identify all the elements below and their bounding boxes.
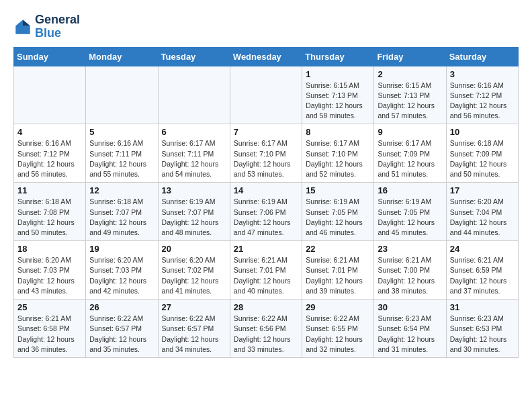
header-cell-friday: Friday: [374, 47, 446, 66]
day-info: Sunrise: 6:22 AM Sunset: 6:57 PM Dayligh…: [162, 314, 226, 355]
day-info: Sunrise: 6:22 AM Sunset: 6:57 PM Dayligh…: [89, 314, 154, 355]
day-cell: 3Sunrise: 6:16 AM Sunset: 7:12 PM Daylig…: [446, 66, 518, 124]
week-row-2: 4Sunrise: 6:16 AM Sunset: 7:12 PM Daylig…: [14, 124, 519, 183]
day-info: Sunrise: 6:17 AM Sunset: 7:10 PM Dayligh…: [306, 138, 370, 179]
page-header: General Blue: [13, 13, 519, 40]
day-cell: [230, 66, 302, 124]
day-info: Sunrise: 6:16 AM Sunset: 7:12 PM Dayligh…: [450, 81, 515, 122]
week-row-3: 11Sunrise: 6:18 AM Sunset: 7:08 PM Dayli…: [14, 183, 519, 241]
day-cell: 6Sunrise: 6:17 AM Sunset: 7:11 PM Daylig…: [158, 124, 230, 183]
day-number: 29: [306, 302, 370, 312]
day-info: Sunrise: 6:15 AM Sunset: 7:13 PM Dayligh…: [306, 81, 370, 122]
day-info: Sunrise: 6:21 AM Sunset: 6:59 PM Dayligh…: [450, 255, 515, 296]
day-cell: [86, 66, 158, 124]
day-number: 18: [17, 244, 82, 254]
header-cell-monday: Monday: [86, 47, 158, 66]
calendar-body: 1Sunrise: 6:15 AM Sunset: 7:13 PM Daylig…: [14, 66, 519, 357]
day-number: 25: [17, 302, 82, 312]
day-cell: 27Sunrise: 6:22 AM Sunset: 6:57 PM Dayli…: [158, 300, 230, 358]
day-cell: 25Sunrise: 6:21 AM Sunset: 6:58 PM Dayli…: [14, 300, 86, 358]
day-cell: 7Sunrise: 6:17 AM Sunset: 7:10 PM Daylig…: [230, 124, 302, 183]
day-cell: 4Sunrise: 6:16 AM Sunset: 7:12 PM Daylig…: [14, 124, 86, 183]
day-number: 16: [378, 185, 442, 195]
header-cell-saturday: Saturday: [446, 47, 518, 66]
day-info: Sunrise: 6:20 AM Sunset: 7:03 PM Dayligh…: [89, 255, 154, 296]
day-number: 17: [450, 185, 515, 195]
day-cell: 21Sunrise: 6:21 AM Sunset: 7:01 PM Dayli…: [230, 241, 302, 300]
day-cell: 13Sunrise: 6:19 AM Sunset: 7:07 PM Dayli…: [158, 183, 230, 241]
day-cell: 15Sunrise: 6:19 AM Sunset: 7:05 PM Dayli…: [302, 183, 374, 241]
day-number: 6: [162, 127, 226, 137]
logo-text: General Blue: [35, 13, 80, 40]
day-number: 12: [89, 185, 154, 195]
day-number: 23: [378, 244, 442, 254]
day-info: Sunrise: 6:23 AM Sunset: 6:53 PM Dayligh…: [450, 314, 515, 355]
week-row-1: 1Sunrise: 6:15 AM Sunset: 7:13 PM Daylig…: [14, 66, 519, 124]
day-cell: 11Sunrise: 6:18 AM Sunset: 7:08 PM Dayli…: [14, 183, 86, 241]
day-number: 24: [450, 244, 515, 254]
day-number: 26: [89, 302, 154, 312]
day-number: 1: [306, 69, 370, 79]
day-number: 14: [234, 185, 298, 195]
day-cell: 18Sunrise: 6:20 AM Sunset: 7:03 PM Dayli…: [14, 241, 86, 300]
day-cell: 17Sunrise: 6:20 AM Sunset: 7:04 PM Dayli…: [446, 183, 518, 241]
calendar-header: SundayMondayTuesdayWednesdayThursdayFrid…: [14, 47, 519, 66]
header-cell-thursday: Thursday: [302, 47, 374, 66]
day-info: Sunrise: 6:21 AM Sunset: 6:58 PM Dayligh…: [17, 314, 82, 355]
day-number: 20: [162, 244, 226, 254]
day-info: Sunrise: 6:22 AM Sunset: 6:55 PM Dayligh…: [306, 314, 370, 355]
day-info: Sunrise: 6:20 AM Sunset: 7:03 PM Dayligh…: [17, 255, 82, 296]
day-cell: 28Sunrise: 6:22 AM Sunset: 6:56 PM Dayli…: [230, 300, 302, 358]
day-cell: 5Sunrise: 6:16 AM Sunset: 7:11 PM Daylig…: [86, 124, 158, 183]
header-cell-tuesday: Tuesday: [158, 47, 230, 66]
day-info: Sunrise: 6:19 AM Sunset: 7:06 PM Dayligh…: [234, 197, 298, 238]
day-info: Sunrise: 6:20 AM Sunset: 7:02 PM Dayligh…: [162, 255, 226, 296]
day-info: Sunrise: 6:21 AM Sunset: 7:01 PM Dayligh…: [306, 255, 370, 296]
day-info: Sunrise: 6:19 AM Sunset: 7:07 PM Dayligh…: [162, 197, 226, 238]
day-cell: 16Sunrise: 6:19 AM Sunset: 7:05 PM Dayli…: [374, 183, 446, 241]
day-cell: [14, 66, 86, 124]
day-cell: 1Sunrise: 6:15 AM Sunset: 7:13 PM Daylig…: [302, 66, 374, 124]
svg-marker-1: [23, 19, 30, 26]
day-number: 10: [450, 127, 515, 137]
day-cell: 23Sunrise: 6:21 AM Sunset: 7:00 PM Dayli…: [374, 241, 446, 300]
day-cell: 2Sunrise: 6:15 AM Sunset: 7:13 PM Daylig…: [374, 66, 446, 124]
week-row-5: 25Sunrise: 6:21 AM Sunset: 6:58 PM Dayli…: [14, 300, 519, 358]
day-info: Sunrise: 6:16 AM Sunset: 7:12 PM Dayligh…: [17, 138, 82, 179]
day-cell: 19Sunrise: 6:20 AM Sunset: 7:03 PM Dayli…: [86, 241, 158, 300]
day-info: Sunrise: 6:17 AM Sunset: 7:10 PM Dayligh…: [234, 138, 298, 179]
day-cell: 10Sunrise: 6:18 AM Sunset: 7:09 PM Dayli…: [446, 124, 518, 183]
day-number: 8: [306, 127, 370, 137]
day-info: Sunrise: 6:17 AM Sunset: 7:11 PM Dayligh…: [162, 138, 226, 179]
day-cell: 14Sunrise: 6:19 AM Sunset: 7:06 PM Dayli…: [230, 183, 302, 241]
logo-icon: [13, 17, 32, 36]
day-number: 3: [450, 69, 515, 79]
day-info: Sunrise: 6:21 AM Sunset: 7:01 PM Dayligh…: [234, 255, 298, 296]
day-cell: 24Sunrise: 6:21 AM Sunset: 6:59 PM Dayli…: [446, 241, 518, 300]
day-cell: 8Sunrise: 6:17 AM Sunset: 7:10 PM Daylig…: [302, 124, 374, 183]
day-number: 31: [450, 302, 515, 312]
day-cell: 12Sunrise: 6:18 AM Sunset: 7:07 PM Dayli…: [86, 183, 158, 241]
svg-rect-2: [16, 26, 30, 34]
day-number: 22: [306, 244, 370, 254]
week-row-4: 18Sunrise: 6:20 AM Sunset: 7:03 PM Dayli…: [14, 241, 519, 300]
day-number: 27: [162, 302, 226, 312]
day-info: Sunrise: 6:18 AM Sunset: 7:08 PM Dayligh…: [17, 197, 82, 238]
day-number: 11: [17, 185, 82, 195]
day-number: 2: [378, 69, 442, 79]
header-cell-wednesday: Wednesday: [230, 47, 302, 66]
day-info: Sunrise: 6:17 AM Sunset: 7:09 PM Dayligh…: [378, 138, 442, 179]
day-info: Sunrise: 6:20 AM Sunset: 7:04 PM Dayligh…: [450, 197, 515, 238]
day-info: Sunrise: 6:21 AM Sunset: 7:00 PM Dayligh…: [378, 255, 442, 296]
day-cell: 22Sunrise: 6:21 AM Sunset: 7:01 PM Dayli…: [302, 241, 374, 300]
day-cell: [158, 66, 230, 124]
day-info: Sunrise: 6:15 AM Sunset: 7:13 PM Dayligh…: [378, 81, 442, 122]
day-number: 9: [378, 127, 442, 137]
day-cell: 20Sunrise: 6:20 AM Sunset: 7:02 PM Dayli…: [158, 241, 230, 300]
logo: General Blue: [13, 13, 80, 40]
day-number: 28: [234, 302, 298, 312]
day-info: Sunrise: 6:22 AM Sunset: 6:56 PM Dayligh…: [234, 314, 298, 355]
day-number: 4: [17, 127, 82, 137]
day-cell: 31Sunrise: 6:23 AM Sunset: 6:53 PM Dayli…: [446, 300, 518, 358]
day-number: 30: [378, 302, 442, 312]
